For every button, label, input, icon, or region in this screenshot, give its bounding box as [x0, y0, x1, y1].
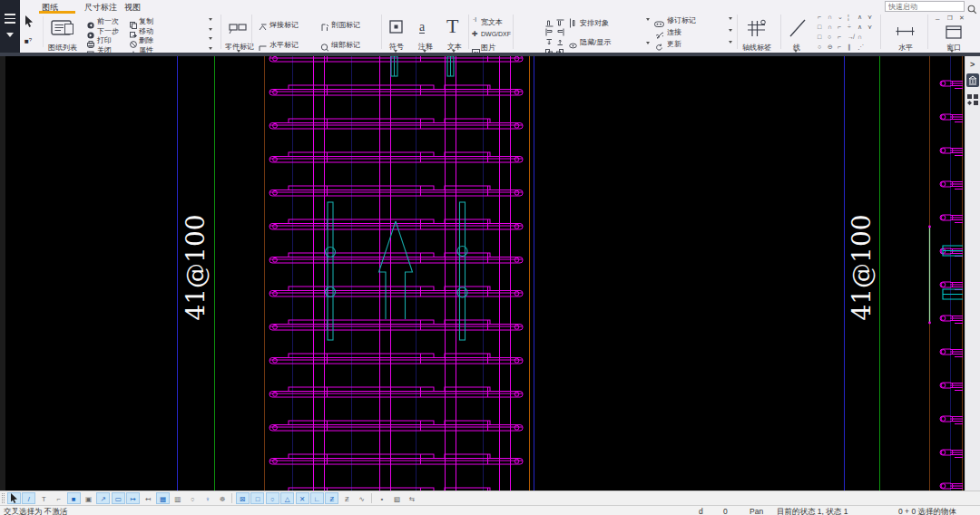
update-dropdown-icon[interactable] — [729, 41, 732, 44]
link-dropdown-icon[interactable] — [729, 29, 732, 32]
move-button[interactable]: 移动 — [139, 26, 153, 36]
snap-toggle[interactable]: ∟ — [310, 492, 324, 504]
link-button[interactable]: 连接 — [667, 27, 681, 37]
next-button[interactable]: 下一步 — [97, 26, 119, 36]
sketch-glyph[interactable]: ⊖ — [828, 44, 833, 51]
snap-toggle[interactable]: ☸ — [216, 492, 230, 504]
sketch-glyph[interactable]: ∧ — [858, 24, 862, 31]
arrange-dropdown-icon[interactable] — [646, 18, 650, 21]
snap-toggle[interactable]: ▥ — [171, 492, 184, 504]
sketch-glyph[interactable]: ⌄ — [838, 14, 843, 21]
status-field-d: d — [699, 507, 703, 515]
sketch-glyph[interactable]: ∧ — [858, 14, 862, 21]
previous-button[interactable]: 前一次 — [97, 16, 119, 26]
sketch-glyph[interactable]: ¦ — [848, 14, 849, 20]
snap-toggle[interactable]: ▧ — [390, 492, 404, 504]
app-menu-button[interactable] — [0, 0, 20, 56]
panel-expand-icon[interactable]: > — [970, 60, 975, 69]
move-dropdown-icon[interactable] — [209, 28, 212, 31]
snap-toggle[interactable]: / — [22, 492, 35, 504]
sketch-glyph[interactable]: □ — [818, 34, 821, 40]
select-cursor-icon[interactable] — [24, 15, 34, 32]
sketch-glyph[interactable]: ○ — [818, 44, 821, 50]
print-button[interactable]: 打印 — [97, 35, 112, 45]
copy-button[interactable]: 复制 — [139, 16, 153, 26]
snap-toggle[interactable]: ■ — [67, 492, 81, 504]
sketch-glyph[interactable]: ÷ — [848, 24, 851, 30]
snap-toggle[interactable]: △ — [280, 492, 294, 504]
tab-view[interactable]: 视图 — [124, 2, 141, 14]
snap-toggle[interactable]: ↗ — [96, 492, 110, 504]
drawing-list-icon — [51, 19, 75, 42]
status-message: 交叉选择为 不激活 — [4, 507, 67, 515]
snap-toggle[interactable]: ▭ — [112, 492, 125, 504]
picture-button[interactable]: 图片 — [481, 43, 495, 53]
update-button[interactable]: 更新 — [667, 39, 681, 49]
drawing-list-label: 图纸列表 — [45, 43, 80, 53]
quick-launch-input[interactable] — [885, 1, 965, 12]
snap-toggle[interactable]: T — [37, 492, 51, 504]
sketch-glyph[interactable]: ⋎ — [867, 24, 872, 31]
snap-toggle[interactable]: Ƶ — [325, 492, 338, 504]
hide-show-button[interactable]: 隐藏/显示 — [580, 37, 611, 47]
snap-toggle[interactable]: ▦ — [156, 492, 170, 504]
snap-toggle[interactable]: ♀ — [201, 492, 214, 504]
snap-toggle[interactable] — [7, 492, 21, 504]
copy-dropdown-icon[interactable] — [209, 18, 212, 21]
snap-toggle[interactable]: ○ — [186, 492, 200, 504]
sketch-glyph[interactable]: ∥ — [848, 44, 851, 51]
property-pane-icon[interactable] — [966, 73, 979, 87]
properties-dropdown-icon[interactable] — [209, 47, 212, 50]
restore-icon[interactable]: ❐ — [947, 15, 953, 22]
snap-toggle[interactable]: ✕ — [296, 492, 309, 504]
section-mark-button[interactable]: 剖面标记 — [331, 20, 360, 30]
detail-mark-button[interactable]: 细部标记 — [331, 40, 360, 50]
sketch-glyph[interactable]: ⋎ — [867, 14, 872, 21]
snap-toggle[interactable]: □ — [250, 492, 264, 504]
snap-toggle[interactable]: ∿ — [355, 492, 368, 504]
ribbon: 图纸 尺寸标注 视图 ■? 图纸列表 前一次 下一步 打印 关闭 复制 移动 删… — [0, 0, 980, 56]
line-icon — [789, 18, 807, 42]
grid-label-icon — [747, 19, 769, 42]
sketch-glyph[interactable]: ⌐ — [838, 44, 841, 50]
app-menu-expand-icon[interactable] — [6, 33, 14, 37]
hide-show-dropdown-icon[interactable] — [646, 42, 650, 44]
close-window-icon[interactable]: ✕ — [959, 15, 965, 22]
snap-toggle[interactable]: ▪ — [376, 492, 389, 504]
minimize-icon[interactable]: – — [936, 15, 939, 23]
sketch-glyph[interactable]: ⌐ — [838, 24, 841, 30]
snap-toggle[interactable]: ↦ — [126, 492, 140, 504]
window-label: 窗口 — [945, 43, 963, 53]
sketch-glyph[interactable]: ↛ — [848, 34, 854, 40]
revision-mark-button[interactable]: 修订标记 — [667, 15, 696, 25]
revision-dropdown-icon[interactable] — [729, 17, 732, 20]
sketch-glyph[interactable]: ○ — [828, 34, 831, 40]
snap-toggle[interactable]: ○ — [266, 492, 279, 504]
sketch-glyph[interactable]: ∩ — [828, 14, 832, 20]
dwg-dxf-button[interactable]: DWG/DXF — [481, 31, 511, 37]
snap-toggle[interactable]: ↤ — [142, 492, 155, 504]
rebar-spacing-label-left: 41@100 — [181, 214, 211, 320]
sketch-glyph[interactable]: ⌐ — [818, 14, 821, 20]
tab-dimension[interactable]: 尺寸标注 — [84, 2, 117, 14]
sketch-glyph[interactable]: ⋰ — [858, 44, 864, 51]
search-icon[interactable] — [967, 2, 977, 18]
sketch-glyph[interactable]: ∩ — [858, 34, 862, 40]
snap-toggle[interactable]: ⌐ — [52, 492, 65, 504]
arrange-objects-button[interactable]: 安排对象 — [580, 18, 609, 28]
context-help-icon[interactable]: ■? — [24, 37, 32, 45]
drawing-canvas[interactable]: 41@10041@100 — [0, 56, 965, 491]
snap-toggle[interactable]: ⊠ — [236, 492, 250, 504]
sketch-glyph[interactable]: ⌐ — [838, 34, 841, 40]
app-components-icon[interactable] — [967, 92, 978, 109]
level-mark-button[interactable]: 水平标记 — [270, 40, 299, 50]
sketch-glyph[interactable]: □ — [818, 24, 821, 30]
delete-dropdown-icon[interactable] — [209, 37, 212, 40]
sketch-glyph[interactable]: ∩ — [828, 24, 832, 30]
wide-text-button[interactable]: 宽文本 — [481, 17, 503, 27]
snap-toggle[interactable]: Ƶ — [340, 492, 354, 504]
delete-button[interactable]: 删除 — [139, 35, 153, 45]
snap-toggle[interactable]: ▣ — [82, 492, 95, 504]
snap-toggle[interactable]: ⇆ — [405, 492, 418, 504]
weld-mark-button[interactable]: 焊接标记 — [270, 20, 299, 30]
